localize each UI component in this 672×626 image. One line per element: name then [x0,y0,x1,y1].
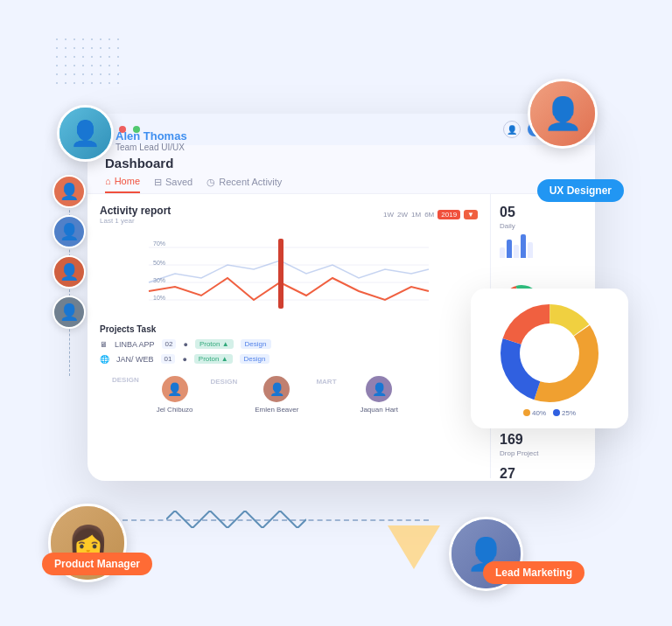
project-bullet: ● [183,340,187,349]
avatar-face-3: 👤 [54,257,84,287]
design-label: DESIGN [112,376,139,414]
svg-point-16 [521,324,578,382]
dashboard-title: Dashboard [105,156,578,170]
activity-chart: 70% 50% 30% 10% [100,230,478,317]
dashboard-nav-area: Dashboard ⌂ Home ⊟ Saved ◷ Recent Activi… [88,145,595,194]
zigzag-svg [166,511,306,528]
bar-4 [521,234,526,258]
project-icon-2: 🌐 [100,355,109,364]
project-id-2: 01 [161,354,176,364]
bar-5 [528,242,533,258]
ux-face: 👤 [530,81,595,146]
project-icon-1: 🖥 [100,340,108,349]
legend-dot-orange [523,409,530,416]
filter-2w[interactable]: 2W [397,211,408,219]
legend-label-blue: 25% [562,409,576,417]
nav-saved[interactable]: ⊟ Saved [154,176,192,193]
triangle-decoration [388,525,440,569]
mart-label: MART [316,376,342,386]
zigzag-decoration [166,511,306,532]
sidebar-avatars: 👤 👤 👤 👤 [52,175,86,329]
nav-home[interactable]: ⌂ Home [105,176,140,193]
chart-svg: 70% 50% 30% 10% [100,230,478,317]
bar-2 [507,240,512,258]
project-row-1: 🖥 LINBA APP 02 ● Proton ▲ Design [100,339,478,349]
nav-recent-label: Recent Activity [219,177,282,187]
projects-section: Projects Task 🖥 LINBA APP 02 ● Proton ▲ … [100,324,478,364]
sidebar-avatar-4[interactable]: 👤 [52,296,86,329]
alen-face: 👤 [60,108,111,159]
project-name-1: LINBA APP [115,340,155,349]
stat-daily-number: 05 [500,205,586,220]
bar-1 [500,247,505,258]
legend-orange: 40% [523,409,546,417]
team-member-3: 👤 Jaquan Hart [360,376,398,414]
main-panel: Activity report Last 1 year 1W 2W 1M 6M … [88,194,490,478]
bar-3 [514,245,519,258]
team-avatar-1: 👤 [162,376,188,402]
activity-header: Activity report Last 1 year 1W 2W 1M 6M … [100,205,478,225]
project-tag-2: Design [240,354,270,364]
stat-daily: 05 Daily [500,205,586,258]
ux-designer-badge: UX Designer [537,179,624,202]
project-status-2: Proton ▲ [194,354,233,364]
stat-drop-number: 169 [500,432,586,448]
nav-home-label: Home [115,176,140,186]
filter-icon[interactable]: ▼ [464,210,478,219]
lead-marketing-label: Lead Marketing [495,567,572,579]
large-donut-svg [497,301,602,406]
sidebar-avatar-3[interactable]: 👤 [52,255,86,289]
team-name-3: Jaquan Hart [360,406,398,414]
avatar-alen-thomas: 👤 [57,105,114,162]
project-bullet-2: ● [182,355,186,364]
stat-drop-label: Drop Project [500,449,586,457]
large-donut-card: 40% 25% [471,289,628,428]
decorative-dots [52,35,122,87]
filter-1m[interactable]: 1M [411,211,421,219]
saved-icon: ⊟ [154,177,162,188]
avatar-face-1: 👤 [54,177,84,206]
product-manager-badge: Product Manager [42,553,152,575]
team-member-1: 👤 Jel Chibuzo [157,376,193,414]
activity-title: Activity report [100,205,171,217]
user-role: Team Lead UI/UX [116,143,187,152]
activity-subtitle: Last 1 year [100,217,171,225]
projects-title: Projects Task [100,324,478,334]
nav-recent[interactable]: ◷ Recent Activity [206,176,282,193]
stat-weekly: 27 Weekly [500,466,586,481]
lead-marketing-badge: Lead Marketing [483,561,584,584]
svg-text:50%: 50% [153,260,165,266]
svg-text:10%: 10% [153,295,165,301]
activity-filters: 1W 2W 1M 6M 2019 ▼ [383,210,478,219]
team-name-2: Emlen Beaver [255,406,298,414]
avatar-face-4: 👤 [54,297,84,327]
filter-2019[interactable]: 2019 [438,210,460,219]
project-row-2: 🌐 JAN/ WEB 01 ● Proton ▲ Design [100,354,478,364]
stat-daily-label: Daily [500,222,586,230]
donut-legend: 40% 25% [523,409,576,417]
project-name-2: JAN/ WEB [116,355,154,364]
user-icon: 👤 [503,121,521,138]
legend-label-orange: 40% [532,409,546,417]
team-avatar-2: 👤 [263,376,290,402]
avatar-face-2: 👤 [54,217,84,247]
svg-text:70%: 70% [153,240,165,247]
sidebar-avatar-2[interactable]: 👤 [52,215,86,248]
legend-blue: 25% [553,409,576,417]
team-name-1: Jel Chibuzo [157,406,193,414]
nav-saved-label: Saved [165,177,192,187]
home-icon: ⌂ [105,176,111,186]
sidebar-avatar-1[interactable]: 👤 [52,175,86,208]
dashboard-nav: ⌂ Home ⊟ Saved ◷ Recent Activity [105,176,578,193]
legend-dot-blue [553,409,560,416]
stat-weekly-number: 27 [500,466,586,481]
team-row: DESIGN 👤 Jel Chibuzo DESIGN 👤 Emlen Beav… [100,369,478,421]
avatar-ux-designer: 👤 [528,79,598,149]
user-info-block: Alen Thomas Team Lead UI/UX [116,129,187,152]
filter-6m[interactable]: 6M [424,211,434,219]
project-id-1: 02 [162,339,177,349]
stat-drop: 169 Drop Project [500,432,586,457]
filter-1w[interactable]: 1W [383,211,394,219]
svg-rect-4 [278,239,284,309]
project-status-1: Proton ▲ [195,339,234,349]
